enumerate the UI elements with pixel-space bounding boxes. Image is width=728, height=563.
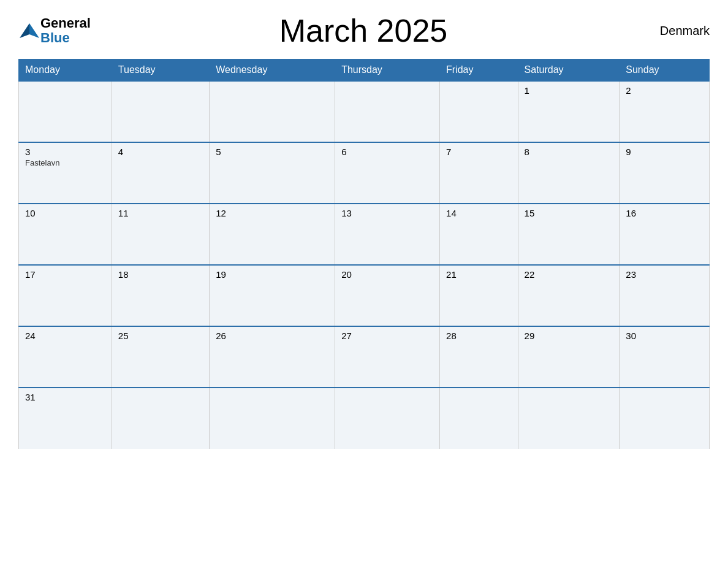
day-cell: 29 [518,326,620,388]
logo-text: General Blue [40,16,91,45]
day-cell: 15 [518,204,620,265]
day-number: 20 [341,269,433,280]
day-cell: 20 [335,265,440,326]
day-number: 25 [118,331,203,341]
day-number: 6 [341,147,433,157]
day-number: 9 [626,147,703,157]
day-cell: 3Fastelavn [19,142,112,204]
day-number: 27 [341,331,433,341]
svg-marker-1 [20,23,29,38]
week-row-6: 31 [19,388,710,449]
day-number: 21 [446,269,512,280]
day-cell: 14 [440,204,518,265]
day-cell: 18 [112,265,209,326]
day-number: 29 [525,331,613,341]
day-event: Fastelavn [25,158,105,167]
day-number: 10 [25,208,105,218]
day-cell: 22 [518,265,620,326]
day-number: 1 [525,85,613,96]
column-header-saturday: Saturday [518,59,620,82]
day-number: 12 [216,208,328,218]
day-number: 15 [525,208,613,218]
day-cell: 2 [620,81,710,142]
page-header: General Blue March 2025 Denmark [18,12,710,49]
day-number: 23 [626,269,703,280]
day-cell: 13 [335,204,440,265]
day-cell [335,388,440,449]
day-cell [112,81,209,142]
day-number: 31 [25,392,105,402]
day-number: 24 [25,331,105,341]
column-header-monday: Monday [19,59,112,82]
day-cell: 5 [210,142,335,204]
day-cell [440,388,518,449]
day-cell: 16 [620,204,710,265]
day-cell [620,388,710,449]
day-cell [210,81,335,142]
day-number: 28 [446,331,512,341]
calendar-header-row: MondayTuesdayWednesdayThursdayFridaySatu… [19,59,710,82]
day-number: 26 [216,331,328,341]
day-cell: 26 [210,326,335,388]
week-row-5: 24252627282930 [19,326,710,388]
column-header-friday: Friday [440,59,518,82]
day-cell [440,81,518,142]
day-cell: 31 [19,388,112,449]
week-row-3: 10111213141516 [19,204,710,265]
day-cell [112,388,209,449]
calendar-table: MondayTuesdayWednesdayThursdayFridaySatu… [18,59,710,449]
day-cell: 12 [210,204,335,265]
day-number: 13 [341,208,433,218]
day-cell: 30 [620,326,710,388]
logo-icon [18,21,38,40]
day-number: 2 [626,85,703,96]
day-cell [210,388,335,449]
day-cell: 11 [112,204,209,265]
column-header-thursday: Thursday [335,59,440,82]
column-header-wednesday: Wednesday [210,59,335,82]
day-cell: 6 [335,142,440,204]
day-number: 30 [626,331,703,341]
svg-marker-0 [29,23,39,38]
column-header-tuesday: Tuesday [112,59,209,82]
day-number: 3 [25,147,105,157]
week-row-4: 17181920212223 [19,265,710,326]
day-number: 19 [216,269,328,280]
day-cell: 24 [19,326,112,388]
day-number: 8 [525,147,613,157]
day-number: 4 [118,147,203,157]
day-number: 7 [446,147,512,157]
logo-blue: Blue [40,31,91,45]
day-cell: 27 [335,326,440,388]
day-cell: 17 [19,265,112,326]
logo-general: General [40,16,91,31]
column-header-sunday: Sunday [620,59,710,82]
day-cell: 23 [620,265,710,326]
day-cell: 19 [210,265,335,326]
week-row-2: 3Fastelavn456789 [19,142,710,204]
day-number: 14 [446,208,512,218]
day-cell: 10 [19,204,112,265]
day-number: 16 [626,208,703,218]
day-number: 5 [216,147,328,157]
week-row-1: 12 [19,81,710,142]
day-cell [518,388,620,449]
day-number: 17 [25,269,105,280]
page-title: March 2025 [91,12,636,49]
day-cell [335,81,440,142]
day-number: 18 [118,269,203,280]
logo: General Blue [18,16,91,45]
day-cell: 1 [518,81,620,142]
day-cell [19,81,112,142]
day-cell: 8 [518,142,620,204]
country-label: Denmark [636,24,710,38]
day-cell: 4 [112,142,209,204]
day-cell: 25 [112,326,209,388]
day-number: 22 [525,269,613,280]
day-cell: 9 [620,142,710,204]
day-cell: 28 [440,326,518,388]
day-cell: 21 [440,265,518,326]
day-cell: 7 [440,142,518,204]
day-number: 11 [118,208,203,218]
